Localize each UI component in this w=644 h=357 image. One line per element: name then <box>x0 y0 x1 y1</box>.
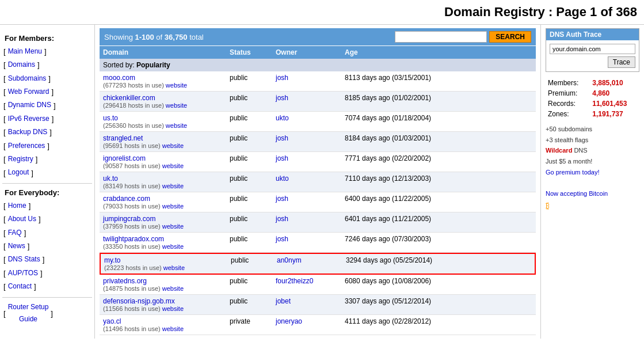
sidebar-item-dynamic-dns[interactable]: [ Dynamic DNS ] <box>2 99 92 112</box>
news-link[interactable]: News <box>6 240 28 253</box>
table-row: my.to (23223 hosts in use) website publi… <box>100 253 536 275</box>
domain-link[interactable]: ignorelist.com <box>103 154 223 162</box>
domain-cell: defensoria-nsjp.gob.mx (11566 hosts in u… <box>100 295 226 314</box>
search-button[interactable]: SEARCH <box>489 31 531 43</box>
website-link[interactable]: website <box>162 162 184 169</box>
sidebar-item-domains[interactable]: [ Domains ] <box>2 58 92 71</box>
sidebar-item-main-menu[interactable]: [ Main Menu ] <box>2 45 92 58</box>
trace-button[interactable]: Trace <box>608 56 635 68</box>
owner-link[interactable]: josh <box>276 94 288 102</box>
backup-dns-link[interactable]: Backup DNS <box>6 126 50 139</box>
dns-trace-input[interactable] <box>550 44 635 54</box>
domain-link[interactable]: jumpingcrab.com <box>103 215 223 223</box>
sidebar-divider <box>2 183 92 184</box>
domain-link[interactable]: chickenkiller.com <box>103 94 223 102</box>
owner-link[interactable]: josh <box>276 134 288 142</box>
owner-cell: ukto <box>272 112 341 131</box>
website-link[interactable]: website <box>162 142 184 149</box>
sidebar-item-web-forward[interactable]: [ Web Forward ] <box>2 85 92 98</box>
dns-stats-link[interactable]: DNS Stats <box>6 253 43 266</box>
aup-link[interactable]: AUP/TOS <box>6 267 40 280</box>
status-cell: public <box>226 112 272 131</box>
stats-row-zones: Zones: 1,191,737 <box>546 109 639 119</box>
owner-link[interactable]: four2theizz0 <box>276 277 313 285</box>
website-link[interactable]: website <box>162 203 184 210</box>
sidebar-divider-2 <box>2 297 92 298</box>
topbar: Showing 1-100 of 36,750 total SEARCH <box>100 28 536 45</box>
go-premium-link[interactable]: Go premium today! <box>546 169 600 176</box>
domain-link[interactable]: twilightparadox.com <box>103 235 223 243</box>
domain-link[interactable]: strangled.net <box>103 134 223 142</box>
records-value: 11,601,453 <box>590 98 639 109</box>
sidebar-item-preferences[interactable]: [ Preferences ] <box>2 139 92 153</box>
preferences-link[interactable]: Preferences <box>6 140 48 153</box>
faq-link[interactable]: FAQ <box>6 227 24 240</box>
owner-link[interactable]: ukto <box>276 114 289 122</box>
domain-link[interactable]: uk.to <box>103 174 223 183</box>
website-link[interactable]: website <box>166 122 187 129</box>
owner-link[interactable]: jobet <box>276 297 291 305</box>
domain-table: mooo.com (677293 hosts in use) website p… <box>100 71 536 335</box>
age-cell: 6400 days ago (11/22/2005) <box>341 192 536 212</box>
sidebar-item-ipv6[interactable]: [ IPv6 Reverse ] <box>2 112 92 126</box>
sidebar-item-dns-stats[interactable]: [ DNS Stats ] <box>2 253 92 266</box>
age-cell: 3294 days ago (05/25/2014) <box>342 254 535 274</box>
sidebar-item-subdomains[interactable]: [ Subdomains ] <box>2 72 92 85</box>
sidebar-item-logout[interactable]: [ Logout ] <box>2 166 92 180</box>
logout-link[interactable]: Logout <box>6 166 32 179</box>
owner-link[interactable]: josh <box>276 235 288 243</box>
domain-cell: yao.cl (11496 hosts in use) website <box>100 315 226 335</box>
owner-link[interactable]: josh <box>276 154 288 162</box>
domain-cell: my.to (23223 hosts in use) website <box>101 254 227 274</box>
sidebar-item-router[interactable]: [ Router SetupGuide ] <box>2 301 92 326</box>
website-link[interactable]: website <box>162 325 184 332</box>
bitcoin-link[interactable]: Now accepting Bitcoin <box>546 190 608 197</box>
home-link[interactable]: Home <box>6 200 29 212</box>
website-link[interactable]: website <box>162 285 184 292</box>
domain-link[interactable]: mooo.com <box>103 74 223 82</box>
domain-link[interactable]: defensoria-nsjp.gob.mx <box>103 297 223 305</box>
owner-link[interactable]: ukto <box>276 174 289 183</box>
ipv6-link[interactable]: IPv6 Reverse <box>6 113 52 126</box>
sidebar-item-backup-dns[interactable]: [ Backup DNS ] <box>2 126 92 139</box>
main-menu-link[interactable]: Main Menu <box>6 45 44 58</box>
dynamic-dns-link[interactable]: Dynamic DNS <box>6 99 54 112</box>
owner-link[interactable]: josh <box>276 74 288 82</box>
search-input[interactable] <box>395 31 487 43</box>
contact-link[interactable]: Contact <box>6 280 34 293</box>
owner-link[interactable]: joneryao <box>276 317 302 325</box>
sidebar-item-registry[interactable]: [ Registry ] <box>2 153 92 166</box>
domain-link[interactable]: my.to <box>104 256 224 264</box>
sidebar-item-faq[interactable]: [ FAQ ] <box>2 226 92 240</box>
domain-cell: chickenkiller.com (296418 hosts in use) … <box>100 92 226 111</box>
about-link[interactable]: About Us <box>6 213 39 226</box>
website-link[interactable]: website <box>162 243 184 250</box>
domain-link[interactable]: us.to <box>103 114 223 122</box>
domain-link[interactable]: crabdance.com <box>103 195 223 203</box>
owner-link[interactable]: josh <box>276 215 288 223</box>
promo-wildcard: Wildcard DNS <box>546 145 639 156</box>
registry-link[interactable]: Registry <box>6 153 36 166</box>
sidebar-item-home[interactable]: [ Home ] <box>2 199 92 212</box>
sidebar-item-about[interactable]: [ About Us ] <box>2 212 92 226</box>
owner-link[interactable]: josh <box>276 195 288 203</box>
col-owner: Owner <box>272 46 341 59</box>
router-setup-link[interactable]: Router SetupGuide <box>6 301 51 326</box>
subdomains-link[interactable]: Subdomains <box>6 73 49 85</box>
website-link[interactable]: website <box>162 183 184 189</box>
domains-link[interactable]: Domains <box>6 59 37 71</box>
owner-link[interactable]: an0nym <box>277 256 302 264</box>
sidebar-item-aup[interactable]: [ AUP/TOS ] <box>2 267 92 280</box>
website-link[interactable]: website <box>163 264 185 271</box>
web-forward-link[interactable]: Web Forward <box>6 86 52 98</box>
website-link[interactable]: website <box>162 305 184 312</box>
domain-link[interactable]: privatedns.org <box>103 277 223 285</box>
website-link[interactable]: website <box>166 82 187 89</box>
website-link[interactable]: website <box>162 223 184 230</box>
website-link[interactable]: website <box>166 102 187 109</box>
sort-row: Sorted by: Popularity <box>100 59 536 71</box>
sidebar-item-news[interactable]: [ News ] <box>2 240 92 253</box>
sidebar-item-contact[interactable]: [ Contact ] <box>2 280 92 293</box>
status-cell: public <box>226 295 272 314</box>
domain-link[interactable]: yao.cl <box>103 317 223 325</box>
